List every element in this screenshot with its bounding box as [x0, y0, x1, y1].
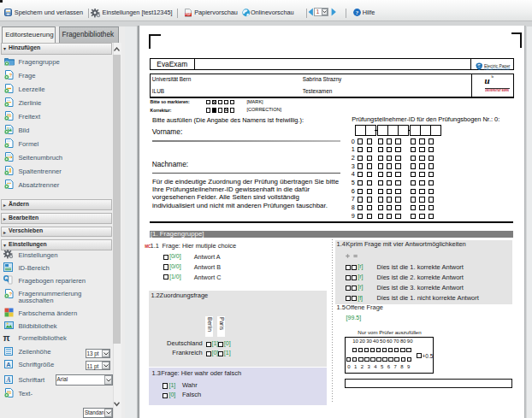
svg-text:A: A: [6, 360, 11, 368]
svg-text:?: ?: [9, 73, 12, 78]
svg-text:?: ?: [9, 291, 12, 296]
svg-text:?: ?: [356, 9, 358, 15]
svg-text:A: A: [5, 376, 10, 384]
svg-text:PDF: PDF: [185, 13, 190, 16]
